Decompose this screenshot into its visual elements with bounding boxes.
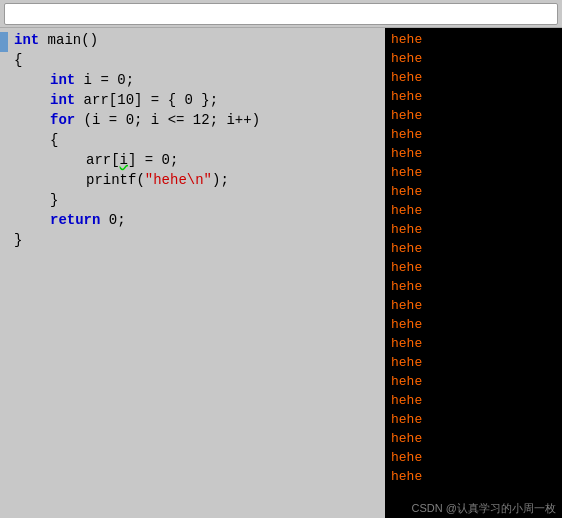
main-content: int main() { int i = 0; int arr[10] = { … (0, 28, 562, 518)
keyword-int: int (50, 92, 75, 108)
output-line: hehe (391, 220, 556, 239)
code-area: int main() { int i = 0; int arr[10] = { … (0, 28, 385, 518)
line-marker (0, 32, 8, 52)
keyword-int: int (50, 72, 75, 88)
code-text: (i = 0; i <= 12; i++) (75, 112, 260, 128)
output-line: hehe (391, 315, 556, 334)
output-line: hehe (391, 49, 556, 68)
code-text: ] = 0; (128, 152, 178, 168)
code-line-3: int i = 0; (0, 72, 385, 92)
keyword-for: for (50, 112, 75, 128)
code-line-11: } (0, 232, 385, 252)
output-line: hehe (391, 296, 556, 315)
output-line: hehe (391, 372, 556, 391)
code-line-6: { (0, 132, 385, 152)
code-line-5: for (i = 0; i <= 12; i++) (0, 112, 385, 132)
keyword-return: return (50, 212, 100, 228)
output-line: hehe (391, 182, 556, 201)
squiggle-i: i (120, 152, 128, 168)
code-text: i = 0; (75, 72, 134, 88)
keyword-int: int (14, 32, 39, 48)
output-line: hehe (391, 334, 556, 353)
output-line: hehe (391, 30, 556, 49)
code-line-8: printf("hehe\n"); (0, 172, 385, 192)
code-line-2: { (0, 52, 385, 72)
code-text: } (14, 232, 22, 248)
output-line: hehe (391, 106, 556, 125)
output-line: hehe (391, 239, 556, 258)
code-line-9: } (0, 192, 385, 212)
output-line: hehe (391, 277, 556, 296)
code-line-7: arr[i] = 0; (0, 152, 385, 172)
output-line: hehe (391, 429, 556, 448)
code-text: { (14, 52, 22, 68)
code-text: arr[10] = { 0 }; (75, 92, 218, 108)
code-text: printf( (86, 172, 145, 188)
output-area: hehehehehehehehehehehehehehehehehehehehe… (385, 28, 562, 518)
output-line: hehe (391, 87, 556, 106)
output-line: hehe (391, 163, 556, 182)
watermark: CSDN @认真学习的小周一枚 (412, 501, 556, 516)
code-text: ); (212, 172, 229, 188)
address-bar[interactable] (4, 3, 558, 25)
code-text: arr[ (86, 152, 120, 168)
output-line: hehe (391, 258, 556, 277)
output-line: hehe (391, 125, 556, 144)
output-line: hehe (391, 144, 556, 163)
output-line: hehe (391, 410, 556, 429)
output-line: hehe (391, 467, 556, 486)
code-text: } (50, 192, 58, 208)
output-line: hehe (391, 353, 556, 372)
output-line: hehe (391, 201, 556, 220)
code-line-4: int arr[10] = { 0 }; (0, 92, 385, 112)
code-text: { (50, 132, 58, 148)
top-bar (0, 0, 562, 28)
code-text: main() (39, 32, 98, 48)
output-line: hehe (391, 448, 556, 467)
code-line-1: int main() (0, 32, 385, 52)
code-text: 0; (100, 212, 125, 228)
string-literal: "hehe\n" (145, 172, 212, 188)
output-line: hehe (391, 68, 556, 87)
output-line: hehe (391, 391, 556, 410)
code-line-10: return 0; (0, 212, 385, 232)
